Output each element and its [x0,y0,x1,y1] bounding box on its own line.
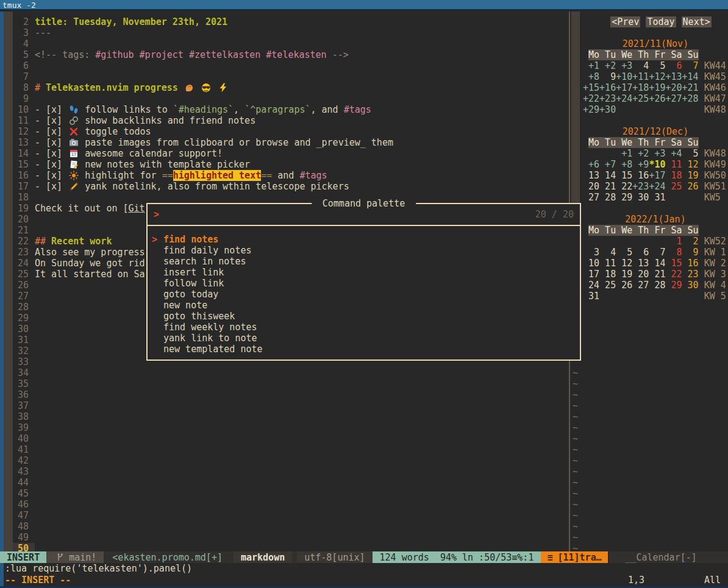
editor-line[interactable]: 18 [13,192,569,203]
editor-line[interactable]: 37 [13,400,569,411]
calendar-day[interactable]: 11 [599,258,616,269]
calendar-day[interactable]: 7 [649,247,665,258]
palette-item[interactable]: goto thisweek [148,311,580,322]
calendar-day[interactable]: 12 [616,258,632,269]
editor-line[interactable]: 47 [13,510,569,521]
calendar-day[interactable]: 28 [599,192,616,203]
calendar-day[interactable]: +14 [682,71,699,82]
calendar-day[interactable]: 21 [599,181,616,192]
calendar-day[interactable]: 7 [682,60,699,71]
editor-line[interactable]: 10- [x] follow links to `#headings`, `^p… [13,104,569,115]
calendar-day[interactable]: +21 [682,82,699,93]
calendar-day[interactable]: 23 [682,269,699,280]
calendar-day[interactable]: 16 [682,258,699,269]
editor-line[interactable]: 43 [13,466,569,477]
palette-item[interactable]: find daily notes [148,245,580,256]
palette-item[interactable]: find weekly notes [148,322,580,333]
palette-item[interactable]: goto today [148,289,580,300]
calendar-day[interactable]: +20 [665,82,682,93]
calendar-day[interactable]: +23 [599,93,616,104]
calendar-day[interactable]: 4 [599,247,616,258]
calendar-day[interactable]: +27 [665,93,682,104]
calendar-day[interactable]: 13 [632,258,649,269]
calendar-day[interactable]: +9 [632,159,649,170]
calendar-day[interactable]: +6 [583,159,599,170]
editor-line[interactable]: 15- [x] new notes with template picker [13,159,569,170]
calendar-day[interactable]: 22 [665,269,682,280]
calendar-day[interactable]: 14 [649,258,665,269]
calendar-day[interactable]: 24 [583,280,599,291]
calendar-day[interactable]: 29 [665,280,682,291]
editor-line[interactable]: 6 [13,60,569,71]
calendar-day[interactable]: +25 [632,93,649,104]
editor-line[interactable]: 38 [13,411,569,422]
calendar-day[interactable]: 9 [682,247,699,258]
calendar-day[interactable]: +8 [616,159,632,170]
calendar-day[interactable]: +28 [682,93,699,104]
command-line[interactable]: :lua require('telekasten').panel() [0,563,728,575]
calendar-day[interactable]: 31 [649,192,665,203]
calendar-day[interactable]: +15 [583,82,599,93]
editor-line[interactable]: 44 [13,477,569,488]
editor-line[interactable]: 34 [13,367,569,378]
editor-line[interactable]: 16- [x] highlight for ==highlighted text… [13,170,569,181]
calendar-day[interactable]: +11 [632,71,649,82]
calendar-day[interactable]: 16 [632,170,649,181]
calendar-day[interactable]: +4 [665,148,682,159]
editor-line[interactable]: 3--- [13,27,569,38]
calendar-day[interactable]: +23 [632,181,649,192]
calendar-day[interactable]: 22 [616,181,632,192]
editor-line[interactable]: 48 [13,521,569,532]
calendar-day[interactable]: +26 [649,93,665,104]
calendar-day[interactable]: +30 [599,104,616,115]
calendar-day[interactable]: +18 [632,82,649,93]
calendar-day[interactable]: +17 [649,170,665,181]
palette-item[interactable]: insert link [148,267,580,278]
calendar-day[interactable]: 26 [616,280,632,291]
calendar-day[interactable]: 11 [665,159,682,170]
calendar-day[interactable]: 19 [616,269,632,280]
calendar-day[interactable]: +24 [649,181,665,192]
calendar-day[interactable]: 30 [682,280,699,291]
calendar-day[interactable]: 3 [583,247,599,258]
calendar-day[interactable]: +29 [583,104,599,115]
calendar-day[interactable]: 20 [583,181,599,192]
palette-item[interactable]: >find notes [148,234,580,245]
palette-item[interactable]: yank link to note [148,333,580,344]
calendar-day[interactable]: 26 [682,181,699,192]
editor-line[interactable]: 45 [13,488,569,499]
editor-line[interactable]: 41 [13,444,569,455]
calendar-day[interactable]: 27 [583,192,599,203]
calendar-day[interactable]: 20 [632,269,649,280]
calendar-day[interactable]: +13 [665,71,682,82]
calendar-day[interactable]: 1 [665,236,682,247]
palette-item[interactable]: search in notes [148,256,580,267]
editor-line[interactable]: 7 [13,71,569,82]
calendar-day[interactable]: 6 [665,60,682,71]
calendar-day[interactable]: 6 [632,247,649,258]
calendar-day[interactable]: +1 [616,148,632,159]
calendar-day[interactable]: +24 [616,93,632,104]
editor-line[interactable]: 12- [x] toggle todos [13,126,569,137]
calendar-day[interactable]: +3 [616,60,632,71]
calendar-day[interactable]: 13 [583,170,599,181]
calendar-day[interactable]: +1 [583,60,599,71]
calendar-day[interactable]: +19 [649,82,665,93]
editor-line[interactable]: 17- [x] yank notelink, also from wthin t… [13,181,569,192]
calendar-day[interactable]: 2 [682,236,699,247]
calendar-day[interactable]: 31 [583,291,599,302]
editor-line[interactable]: 39 [13,422,569,433]
editor-line[interactable]: 4 [13,38,569,49]
calendar-day[interactable]: +10 [616,71,632,82]
calendar-day[interactable]: 25 [599,280,616,291]
calendar-day[interactable]: 12 [682,159,699,170]
calendar-day[interactable]: *10 [649,159,665,170]
editor-line[interactable]: 46 [13,499,569,510]
calendar-day[interactable]: 15 [616,170,632,181]
calendar-day[interactable]: 9 [599,71,616,82]
calendar-day[interactable]: 15 [665,258,682,269]
calendar-day[interactable]: 18 [599,269,616,280]
editor-line[interactable]: 14- [x] 17 awesome calendar support! [13,148,569,159]
calendar-day[interactable]: +2 [632,148,649,159]
editor-line[interactable]: 49 [13,532,569,543]
